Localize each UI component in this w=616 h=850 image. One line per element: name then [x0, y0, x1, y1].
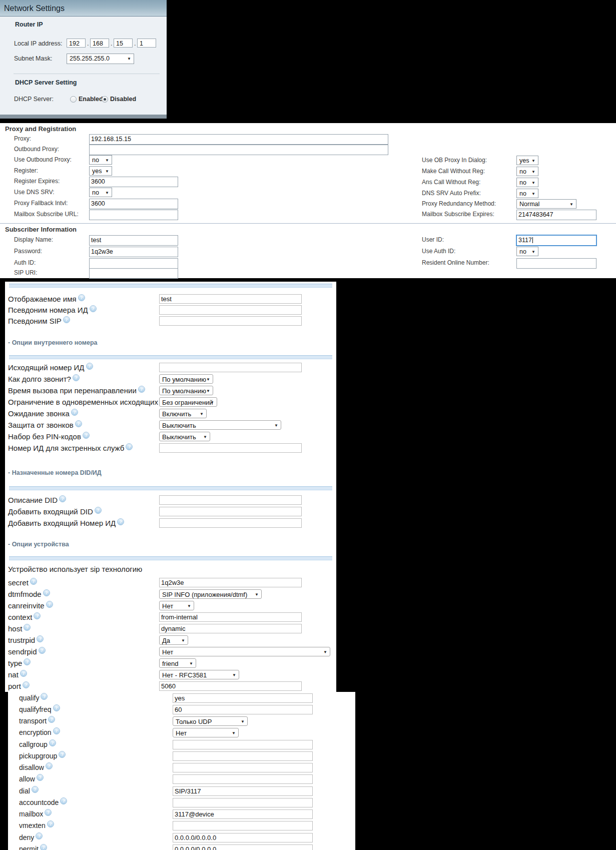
text-input[interactable]: 3600: [89, 199, 178, 209]
text-input[interactable]: 1q2w3e: [159, 578, 302, 587]
help-icon[interactable]: ?: [117, 518, 124, 525]
text-input[interactable]: 192.168.15.15: [89, 134, 388, 145]
help-icon[interactable]: ?: [59, 751, 66, 758]
text-input[interactable]: 5060: [159, 681, 302, 691]
text-input[interactable]: [159, 495, 302, 505]
select-dropdown[interactable]: Нет▼: [173, 728, 239, 737]
select-dropdown[interactable]: Нет▼: [159, 601, 194, 610]
text-input[interactable]: [173, 751, 313, 761]
select-dropdown[interactable]: Только UDP▼: [173, 716, 248, 726]
text-input[interactable]: test: [159, 294, 302, 304]
text-input[interactable]: 3117: [516, 235, 597, 246]
help-icon[interactable]: ?: [86, 363, 93, 370]
help-icon[interactable]: ?: [32, 786, 39, 793]
help-icon[interactable]: ?: [90, 305, 97, 312]
text-input[interactable]: [89, 145, 388, 155]
help-icon[interactable]: ?: [45, 809, 52, 816]
select-dropdown[interactable]: no▼: [516, 189, 538, 198]
select-dropdown[interactable]: yes▼: [516, 156, 538, 165]
help-icon[interactable]: ?: [46, 601, 53, 608]
text-input[interactable]: from-internal: [159, 612, 302, 622]
text-input[interactable]: [89, 258, 178, 269]
text-input[interactable]: test: [89, 235, 178, 246]
select-dropdown[interactable]: no▼: [89, 188, 112, 197]
select-dropdown[interactable]: no▼: [516, 178, 538, 187]
text-input[interactable]: yes: [173, 693, 313, 703]
help-icon[interactable]: ?: [49, 739, 56, 746]
help-icon[interactable]: ?: [95, 507, 102, 514]
text-input[interactable]: 3600: [89, 177, 178, 187]
text-input[interactable]: [89, 210, 178, 220]
select-dropdown[interactable]: no▼: [516, 247, 538, 256]
text-input[interactable]: [173, 774, 313, 784]
help-icon[interactable]: ?: [39, 647, 46, 654]
help-icon[interactable]: ?: [59, 495, 66, 502]
text-input[interactable]: 1q2w3e: [89, 247, 178, 257]
ip-octet-input[interactable]: 192: [67, 39, 86, 48]
select-dropdown[interactable]: Включить▼: [159, 409, 207, 418]
help-icon[interactable]: ?: [78, 294, 85, 301]
radio-enabled[interactable]: [70, 96, 77, 103]
text-input[interactable]: 3117@device: [173, 809, 313, 819]
help-icon[interactable]: ?: [20, 670, 27, 677]
help-icon[interactable]: ?: [60, 797, 67, 804]
help-icon[interactable]: ?: [40, 844, 47, 850]
help-icon[interactable]: ?: [48, 716, 55, 723]
ip-octet-input[interactable]: 1: [137, 39, 156, 48]
radio-disabled[interactable]: [102, 96, 108, 103]
help-icon[interactable]: ?: [47, 820, 54, 827]
select-dropdown[interactable]: friend▼: [159, 658, 196, 668]
text-input[interactable]: [89, 268, 178, 279]
help-icon[interactable]: ?: [24, 624, 31, 631]
text-input[interactable]: [159, 305, 302, 315]
help-icon[interactable]: ?: [37, 774, 44, 781]
help-icon[interactable]: ?: [37, 635, 44, 642]
help-icon[interactable]: ?: [63, 316, 70, 323]
help-icon[interactable]: ?: [53, 727, 60, 734]
text-input[interactable]: [159, 507, 302, 516]
help-icon[interactable]: ?: [36, 832, 43, 839]
help-icon[interactable]: ?: [23, 681, 30, 688]
select-dropdown[interactable]: no▼: [516, 167, 538, 176]
subnet-mask-select[interactable]: 255.255.255.0 ▼: [67, 54, 134, 64]
text-input[interactable]: [159, 363, 302, 372]
help-icon[interactable]: ?: [53, 704, 60, 711]
text-input[interactable]: [516, 258, 596, 269]
select-dropdown[interactable]: По умолчанию▼: [159, 374, 213, 384]
ip-octet-input[interactable]: 15: [114, 39, 133, 48]
ip-octet-input[interactable]: 168: [90, 39, 109, 48]
help-icon[interactable]: ?: [126, 443, 133, 450]
text-input[interactable]: [159, 518, 302, 528]
select-dropdown[interactable]: Выключить▼: [159, 432, 210, 441]
text-input[interactable]: [173, 798, 313, 807]
text-input[interactable]: 0.0.0.0/0.0.0.0: [173, 833, 313, 842]
text-input[interactable]: [159, 316, 302, 326]
select-dropdown[interactable]: SIP INFO (приложения/dtmf)▼: [159, 589, 262, 599]
select-dropdown[interactable]: Нет - RFC3581▼: [159, 670, 239, 679]
text-input[interactable]: dynamic: [159, 624, 302, 633]
help-icon[interactable]: ?: [41, 693, 48, 700]
help-icon[interactable]: ?: [24, 658, 31, 665]
help-icon[interactable]: ?: [43, 589, 50, 596]
text-input[interactable]: 2147483647: [516, 210, 596, 220]
text-input[interactable]: [173, 821, 313, 830]
text-input[interactable]: [173, 740, 313, 749]
text-input[interactable]: [173, 763, 313, 772]
help-icon[interactable]: ?: [73, 374, 80, 381]
select-dropdown[interactable]: Нет▼: [159, 647, 330, 656]
select-dropdown[interactable]: Да▼: [159, 635, 188, 645]
text-input[interactable]: 60: [173, 705, 313, 714]
select-dropdown[interactable]: Без ограничений▼: [159, 397, 217, 407]
text-input[interactable]: SIP/3117: [173, 786, 313, 796]
text-input[interactable]: 0.0.0.0/0.0.0.0: [173, 844, 313, 850]
help-icon[interactable]: ?: [34, 612, 41, 619]
help-icon[interactable]: ?: [46, 762, 53, 769]
help-icon[interactable]: ?: [75, 420, 82, 427]
help-icon[interactable]: ?: [71, 409, 78, 416]
text-input[interactable]: [159, 443, 302, 453]
select-dropdown[interactable]: Выключить▼: [159, 420, 281, 430]
select-dropdown[interactable]: no▼: [89, 155, 112, 165]
help-icon[interactable]: ?: [30, 578, 37, 585]
select-dropdown[interactable]: yes▼: [89, 166, 112, 176]
select-dropdown[interactable]: По умолчанию▼: [159, 386, 213, 395]
